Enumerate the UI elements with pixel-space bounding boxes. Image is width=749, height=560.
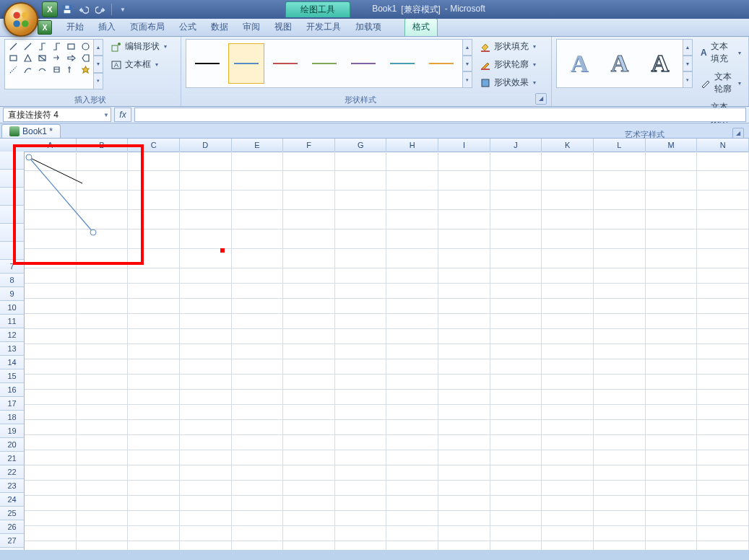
cell[interactable] [128,229,180,249]
row-header[interactable]: 13 [0,342,25,356]
cell[interactable] [697,284,749,299]
cell[interactable] [25,249,76,268]
cell[interactable] [542,359,594,375]
cell[interactable] [645,229,697,249]
cell[interactable] [490,268,542,284]
cell[interactable] [542,496,594,511]
cell[interactable] [179,314,231,329]
cell[interactable] [386,435,438,450]
cell[interactable] [179,511,231,526]
cell[interactable] [231,450,283,465]
cell[interactable] [76,435,128,450]
cell[interactable] [283,229,335,249]
cell[interactable] [697,152,749,171]
cell[interactable] [283,191,335,210]
cell[interactable] [283,329,335,344]
cell[interactable] [25,284,76,299]
cell[interactable] [697,299,749,314]
cell[interactable] [231,405,283,420]
cell[interactable] [25,420,76,435]
text-fill-button[interactable]: A 文本填充 ▾ [697,39,744,66]
cell[interactable] [697,268,749,284]
tab-home[interactable]: 开始 [59,19,91,36]
cell[interactable] [25,375,76,390]
cell[interactable] [76,268,128,284]
cell[interactable] [645,249,697,268]
cell[interactable] [645,496,697,511]
cell[interactable] [697,511,749,526]
cell[interactable] [438,465,490,481]
cell[interactable] [386,314,438,329]
cell[interactable] [128,511,180,526]
cell[interactable] [594,171,646,191]
save-button[interactable] [60,2,74,17]
cell[interactable] [283,435,335,450]
tab-format[interactable]: 格式 [404,18,438,36]
wordart-swatch[interactable]: A [602,45,638,82]
cell[interactable] [25,390,76,405]
cell[interactable] [490,496,542,511]
dropdown-icon[interactable]: ▼ [103,112,109,118]
shape-style-gallery-scroll[interactable]: ▲▼▾ [462,39,472,88]
cell[interactable] [697,450,749,465]
cells-grid[interactable] [25,152,749,550]
cell[interactable] [697,541,749,551]
cell[interactable] [645,299,697,314]
cell[interactable] [645,284,697,299]
style-swatch[interactable] [345,43,381,84]
shapes-gallery[interactable] [4,39,94,89]
cell[interactable] [490,344,542,359]
cell[interactable] [334,511,386,526]
cell[interactable] [25,229,76,249]
cell[interactable] [594,435,646,450]
cell[interactable] [542,249,594,268]
cell[interactable] [594,191,646,210]
cell[interactable] [283,375,335,390]
shape-fill-button[interactable]: 形状填充 ▾ [477,39,539,54]
cell[interactable] [25,329,76,344]
cell[interactable] [438,435,490,450]
cell[interactable] [334,481,386,496]
cell[interactable] [645,210,697,229]
row-header[interactable]: 20 [0,438,25,452]
row-header[interactable]: 14 [0,356,25,369]
cell[interactable] [334,390,386,405]
cell[interactable] [438,511,490,526]
row-header[interactable]: 28 [0,548,25,550]
row-header[interactable] [0,224,25,242]
cell[interactable] [386,171,438,191]
cell[interactable] [334,284,386,299]
cell[interactable] [231,359,283,375]
cell[interactable] [231,420,283,435]
cell[interactable] [334,152,386,171]
cell[interactable] [645,511,697,526]
cell[interactable] [697,359,749,375]
cell[interactable] [76,359,128,375]
cell[interactable] [542,268,594,284]
cell[interactable] [438,152,490,171]
cell[interactable] [386,329,438,344]
cell[interactable] [490,171,542,191]
cell[interactable] [334,375,386,390]
cell[interactable] [25,541,76,551]
cell[interactable] [542,344,594,359]
cell[interactable] [594,210,646,229]
cell[interactable] [542,210,594,229]
cell[interactable] [542,284,594,299]
cell[interactable] [179,526,231,541]
cell[interactable] [231,496,283,511]
cell[interactable] [334,526,386,541]
row-header[interactable]: 22 [0,465,25,479]
cell[interactable] [645,268,697,284]
row-header[interactable]: 12 [0,328,25,342]
cell[interactable] [697,526,749,541]
cell[interactable] [334,299,386,314]
cell[interactable] [231,284,283,299]
cell[interactable] [594,299,646,314]
cell[interactable] [542,375,594,390]
cell[interactable] [645,191,697,210]
column-headers[interactable]: ABCDEFGHIJKLMN [25,139,749,152]
cell[interactable] [283,511,335,526]
cell[interactable] [76,191,128,210]
cell[interactable] [283,465,335,481]
